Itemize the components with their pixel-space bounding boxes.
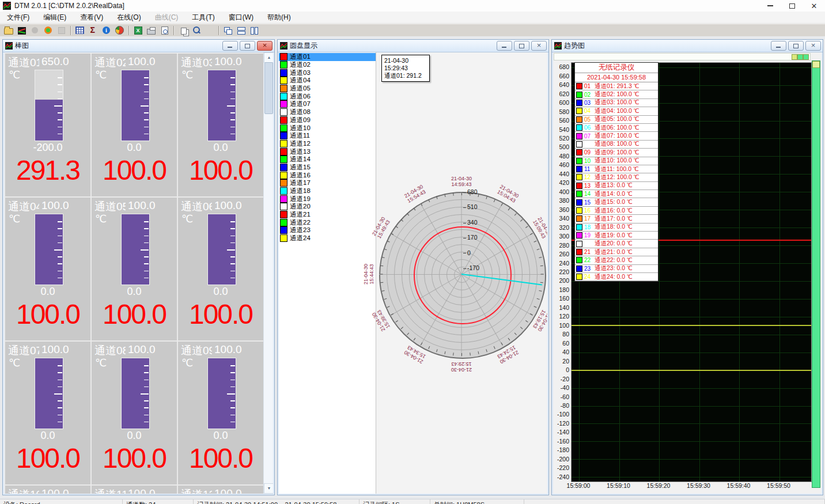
bar-vertical-scrollbar[interactable]: ▲ ▼ bbox=[263, 52, 273, 494]
trend-y-tick-label: 80 bbox=[553, 331, 569, 338]
menu-item-7[interactable]: 窗口(W) bbox=[222, 12, 260, 23]
channel-list-item[interactable]: 通道03 bbox=[279, 69, 376, 77]
scroll-up-icon[interactable]: ▲ bbox=[264, 52, 273, 63]
legend-timestamp: 2021-04-30 15:59:58 bbox=[575, 73, 658, 82]
toolbar-separator bbox=[218, 26, 219, 35]
toolbar-print-button[interactable] bbox=[145, 25, 158, 36]
legend-channel-number: 08 bbox=[584, 141, 593, 147]
channel-list-item[interactable]: 通道11 bbox=[279, 132, 376, 140]
toolbar-chart-button[interactable] bbox=[15, 25, 28, 36]
disc-maximize-button[interactable] bbox=[514, 41, 529, 51]
toolbar-cascade-button[interactable] bbox=[221, 25, 234, 36]
bar-window-titlebar[interactable]: 棒图 bbox=[3, 40, 274, 52]
trend-y-tick-label: 620 bbox=[553, 90, 569, 97]
trend-vertical-scrollbar[interactable] bbox=[812, 60, 820, 488]
menu-item-1[interactable]: 文件(F) bbox=[0, 12, 36, 23]
gauge-tick bbox=[230, 84, 235, 85]
legend-row: 20通道20: 0.0 ℃ bbox=[575, 240, 658, 248]
bar-minimize-button[interactable] bbox=[222, 41, 238, 51]
trend-scroll-button-icon[interactable] bbox=[792, 54, 797, 60]
trend-close-button[interactable] bbox=[805, 41, 821, 51]
preview-icon bbox=[161, 26, 168, 35]
stop-icon bbox=[58, 27, 65, 34]
menu-item-2[interactable]: 编辑(E) bbox=[36, 12, 73, 23]
trend-window-title: 趋势图 bbox=[564, 41, 585, 51]
trend-horizontal-scrollbar[interactable] bbox=[554, 53, 811, 60]
channel-list-item[interactable]: 通道18 bbox=[279, 187, 376, 195]
toolbar-zoom-button[interactable] bbox=[190, 25, 203, 36]
legend-channel-value: 通道13: 0.0 ℃ bbox=[595, 181, 633, 190]
toolbar-sigma-button[interactable] bbox=[86, 25, 100, 36]
toolbar-info-button[interactable] bbox=[100, 25, 113, 36]
toolbar-copy-button[interactable] bbox=[176, 25, 190, 36]
channel-list-item[interactable]: 通道14 bbox=[279, 156, 376, 164]
channel-list-item[interactable]: 通道10 bbox=[279, 124, 376, 132]
scroll-down-icon[interactable]: ▼ bbox=[264, 483, 273, 494]
channel-list-item[interactable]: 通道07 bbox=[279, 100, 376, 108]
legend-channel-number: 22 bbox=[584, 257, 593, 263]
channel-list-item[interactable]: 通道17 bbox=[279, 179, 376, 187]
toolbar-export-button[interactable] bbox=[131, 25, 145, 36]
gauge-header: 通道03100.0 bbox=[181, 55, 261, 68]
toolbar-tileh-button[interactable] bbox=[234, 25, 248, 36]
gauge-reading: 100.0 bbox=[178, 442, 263, 474]
channel-list-item[interactable]: 通道24 bbox=[279, 234, 376, 242]
channel-list-item[interactable]: 通道06 bbox=[279, 92, 376, 100]
channel-list-item[interactable]: 通道08 bbox=[279, 108, 376, 116]
channel-list-item[interactable]: 通道15 bbox=[279, 164, 376, 172]
polar-rim-tick bbox=[540, 274, 543, 275]
channel-color-swatch bbox=[280, 226, 287, 234]
menu-item-6[interactable]: 工具(T) bbox=[185, 12, 221, 23]
toolbar-open-button[interactable] bbox=[2, 25, 15, 36]
toolbar-pie-button[interactable] bbox=[113, 25, 126, 36]
channel-list-item[interactable]: 通道21 bbox=[279, 211, 376, 219]
channel-list-item[interactable]: 通道20 bbox=[279, 203, 376, 211]
toolbar-zoom2-button bbox=[203, 25, 216, 36]
menu-item-8[interactable]: 帮助(H) bbox=[260, 12, 298, 23]
toolbar-tilev-button[interactable] bbox=[248, 25, 261, 36]
gauge-max-value: 100.0 bbox=[41, 343, 69, 356]
channel-list-item[interactable]: 通道19 bbox=[279, 195, 376, 203]
trend-vscroll-thumb[interactable] bbox=[812, 61, 820, 68]
disc-minimize-button[interactable] bbox=[497, 41, 512, 51]
bar-maximize-button[interactable] bbox=[240, 41, 255, 51]
trend-scroll-button-icon[interactable] bbox=[803, 54, 809, 60]
channel-list-item[interactable]: 通道05 bbox=[279, 85, 376, 93]
legend-row: 15通道15: 0.0 ℃ bbox=[575, 198, 658, 206]
gauge-reading: 291.3 bbox=[5, 154, 90, 186]
polar-rim-tick bbox=[453, 353, 454, 355]
disc-window-titlebar[interactable]: 圆盘显示 bbox=[278, 40, 548, 52]
restore-button[interactable] bbox=[781, 0, 803, 12]
channel-list-item[interactable]: 通道23 bbox=[279, 226, 376, 234]
trend-h-gridline bbox=[572, 353, 811, 353]
trend-window-titlebar[interactable]: 趋势图 bbox=[552, 40, 823, 52]
channel-list-item[interactable]: 通道02 bbox=[279, 61, 376, 69]
bar-scroll-thumb[interactable] bbox=[264, 62, 273, 114]
channel-list-item[interactable]: 通道16 bbox=[279, 171, 376, 179]
menu-bar: 文件(F)编辑(E)查看(V)在线(O)曲线(C)工具(T)窗口(W)帮助(H) bbox=[0, 12, 825, 24]
trend-y-tick-label: 360 bbox=[553, 206, 569, 213]
trend-minimize-button[interactable] bbox=[771, 41, 786, 51]
channel-list-item[interactable]: 通道04 bbox=[279, 77, 376, 85]
channel-list-item[interactable]: 通道13 bbox=[279, 147, 376, 156]
menu-item-4[interactable]: 在线(O) bbox=[110, 12, 147, 23]
disc-close-button[interactable] bbox=[531, 41, 547, 51]
gauge-tick bbox=[144, 236, 149, 237]
toolbar-preview-button[interactable] bbox=[158, 25, 171, 36]
channel-list-item[interactable]: 通道22 bbox=[279, 218, 376, 226]
channel-list-item[interactable]: 通道01 bbox=[279, 53, 376, 61]
toolbar-record-button[interactable] bbox=[41, 25, 55, 36]
legend-channel-number: 19 bbox=[584, 232, 593, 238]
menu-item-3[interactable]: 查看(V) bbox=[73, 12, 110, 23]
trend-maximize-button[interactable] bbox=[788, 41, 804, 51]
channel-list-item[interactable]: 通道12 bbox=[279, 140, 376, 148]
trend-scroll-button-icon[interactable] bbox=[797, 54, 803, 60]
gauge-tick bbox=[230, 236, 235, 237]
legend-color-swatch bbox=[576, 241, 582, 247]
bar-close-button[interactable] bbox=[257, 41, 273, 51]
toolbar-table-button[interactable] bbox=[73, 25, 86, 36]
legend-color-swatch bbox=[576, 224, 582, 230]
close-button[interactable]: ✕ bbox=[803, 0, 825, 12]
minimize-button[interactable] bbox=[759, 0, 781, 12]
channel-list-item[interactable]: 通道09 bbox=[279, 116, 376, 124]
